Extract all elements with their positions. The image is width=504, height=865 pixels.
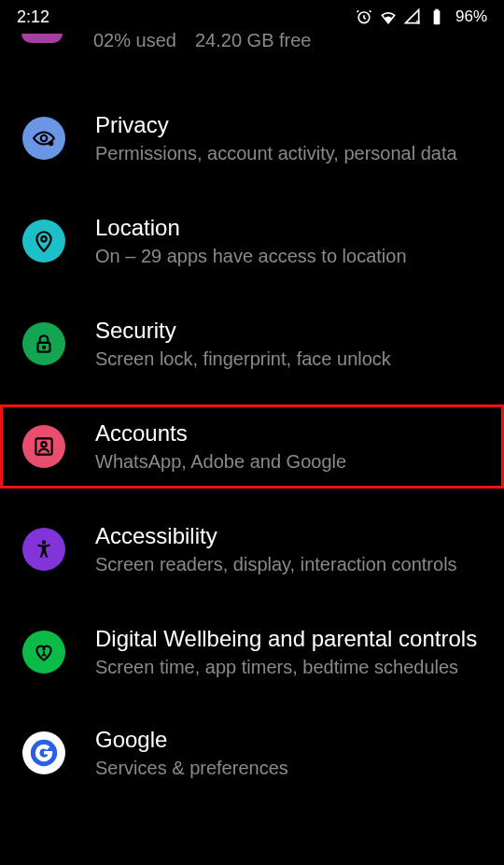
- svg-rect-1: [434, 10, 441, 24]
- svg-point-10: [41, 442, 46, 447]
- svg-rect-2: [435, 9, 438, 11]
- svg-point-11: [42, 540, 46, 544]
- svg-point-12: [42, 647, 45, 650]
- accounts-icon: [22, 425, 65, 468]
- location-icon: [22, 220, 65, 262]
- location-subtitle: On – 29 apps have access to location: [95, 244, 478, 268]
- google-icon: [22, 731, 65, 774]
- security-subtitle: Screen lock, fingerprint, face unlock: [95, 347, 478, 371]
- status-bar: 2:12 96%: [0, 0, 504, 34]
- privacy-title: Privacy: [95, 111, 478, 139]
- settings-item-google[interactable]: Google Services & preferences: [0, 713, 504, 786]
- storage-icon-cutoff: [21, 34, 63, 43]
- privacy-icon: [22, 117, 65, 160]
- settings-item-accessibility[interactable]: Accessibility Screen readers, display, i…: [0, 507, 504, 591]
- settings-list: Privacy Permissions, account activity, p…: [0, 96, 504, 786]
- settings-item-privacy[interactable]: Privacy Permissions, account activity, p…: [0, 96, 504, 180]
- google-subtitle: Services & preferences: [95, 756, 478, 780]
- location-title: Location: [95, 214, 478, 242]
- storage-row-cutoff[interactable]: 02% used 24.20 GB free: [0, 30, 504, 51]
- wellbeing-subtitle: Screen time, app timers, bedtime schedul…: [95, 655, 478, 679]
- svg-point-6: [41, 236, 46, 241]
- accessibility-title: Accessibility: [95, 522, 478, 550]
- cellular-icon: [403, 7, 422, 26]
- svg-rect-5: [49, 141, 52, 143]
- accounts-title: Accounts: [95, 419, 478, 447]
- accessibility-subtitle: Screen readers, display, interaction con…: [95, 552, 478, 576]
- wellbeing-title: Digital Wellbeing and parental controls: [95, 625, 478, 653]
- svg-point-8: [43, 347, 45, 348]
- storage-free-text: 24.20 GB free: [195, 30, 312, 51]
- security-icon: [22, 322, 65, 365]
- settings-item-wellbeing[interactable]: Digital Wellbeing and parental controls …: [0, 610, 504, 694]
- google-title: Google: [95, 726, 478, 754]
- settings-item-security[interactable]: Security Screen lock, fingerprint, face …: [0, 302, 504, 386]
- privacy-subtitle: Permissions, account activity, personal …: [95, 141, 478, 165]
- accounts-subtitle: WhatsApp, Adobe and Google: [95, 449, 478, 474]
- wifi-icon: [379, 7, 398, 26]
- svg-point-3: [41, 135, 48, 142]
- alarm-icon: [355, 7, 373, 26]
- settings-item-accounts[interactable]: Accounts WhatsApp, Adobe and Google: [0, 404, 504, 489]
- status-time: 2:12: [17, 7, 49, 27]
- wellbeing-icon: [22, 631, 65, 674]
- battery-percent: 96%: [455, 7, 487, 26]
- settings-item-location[interactable]: Location On – 29 apps have access to loc…: [0, 199, 504, 283]
- battery-icon: [427, 7, 446, 26]
- storage-used-text: 02% used: [93, 30, 176, 51]
- accessibility-icon: [22, 528, 65, 571]
- status-indicators: 96%: [355, 7, 487, 26]
- security-title: Security: [95, 317, 478, 345]
